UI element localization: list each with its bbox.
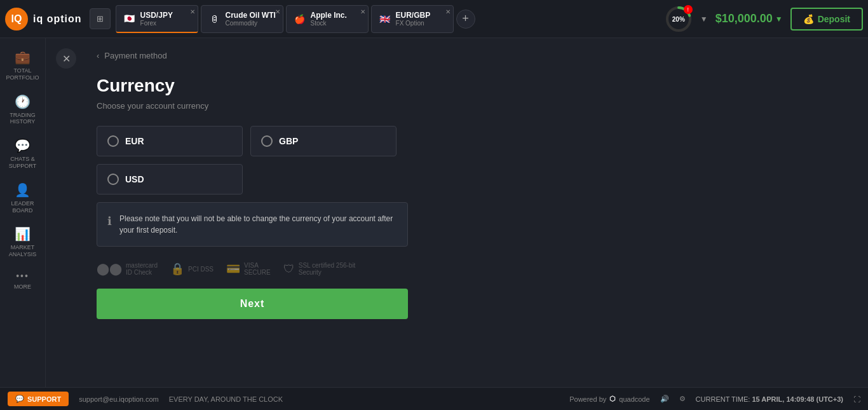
tab-flag-usdjpy: 🇯🇵 <box>123 13 137 24</box>
tab-apple[interactable]: ✕ 🍎 Apple Inc. Stock <box>286 5 369 33</box>
radio-eur[interactable] <box>107 135 119 147</box>
sidebar-item-market-analysis[interactable]: 📊 MARKETANALYSIS <box>3 221 43 263</box>
tab-eurgbp[interactable]: ✕ 🇬🇧 EUR/GBP FX Option <box>371 5 454 33</box>
tab-flag-eurgbp: 🇬🇧 <box>378 14 392 24</box>
badge-mastercard: ⬤⬤ mastercardID Check <box>97 262 158 276</box>
progress-label: 20% <box>672 15 685 22</box>
logo-text: iq option <box>33 13 82 25</box>
breadcrumb-text: Payment method <box>104 51 166 60</box>
current-time: CURRENT TIME: 15 APRIL, 14:09:48 (UTC+3) <box>696 395 843 403</box>
settings-icon[interactable]: ⚙ <box>679 395 686 403</box>
badge-pcidss: 🔒 PCI DSS <box>170 262 214 276</box>
tab-info-apple: Apple Inc. Stock <box>311 11 347 27</box>
footer-email: support@eu.iqoption.com <box>79 395 159 403</box>
pcidss-icon: 🔒 <box>170 262 184 276</box>
notice-box: ℹ Please note that you will not be able … <box>97 202 408 247</box>
sidebar-label-more: MORE <box>14 284 31 290</box>
powered-by-text: Powered by <box>569 395 606 403</box>
tab-type-eurgbp: FX Option <box>396 20 431 27</box>
history-icon: 🕐 <box>15 94 31 109</box>
sidebar-item-leaderboard[interactable]: 👤 LEADERBOARD <box>3 177 43 219</box>
radio-usd[interactable] <box>107 174 119 185</box>
add-tab-button[interactable]: + <box>456 10 475 29</box>
progress-dropdown[interactable]: ▼ <box>700 15 708 24</box>
radio-gbp[interactable] <box>261 135 273 147</box>
tab-close-crudeoil[interactable]: ✕ <box>275 8 280 15</box>
footer: 💬 SUPPORT support@eu.iqoption.com EVERY … <box>0 387 868 410</box>
notice-text: Please note that you will not be able to… <box>119 213 397 236</box>
sidebar: 💼 TOTALPORTFOLIO 🕐 TRADINGHISTORY 💬 CHAT… <box>0 38 46 387</box>
tab-usdjpy[interactable]: ✕ 🇯🇵 USD/JPY Forex <box>116 5 198 33</box>
tab-flag-apple: 🍎 <box>293 14 307 24</box>
tab-pair-apple: Apple Inc. <box>311 11 347 20</box>
tab-close-apple[interactable]: ✕ <box>360 8 365 15</box>
currency-option-eur[interactable]: EUR <box>97 126 243 156</box>
currency-label-usd: USD <box>125 174 144 184</box>
pcidss-label: PCI DSS <box>188 266 214 273</box>
mastercard-label: mastercardID Check <box>126 262 158 276</box>
page-title: Currency <box>97 76 849 96</box>
deposit-button[interactable]: 💰 Deposit <box>790 8 863 31</box>
close-button[interactable]: ✕ <box>56 48 76 69</box>
deposit-label: Deposit <box>818 14 850 24</box>
tab-close-eurgbp[interactable]: ✕ <box>445 8 451 15</box>
more-icon: ••• <box>16 271 29 281</box>
mastercard-icon: ⬤⬤ <box>97 262 122 276</box>
currency-option-gbp[interactable]: GBP <box>250 126 397 156</box>
tab-info-crudeoil: Crude Oil WTI Commodity <box>226 11 276 27</box>
tab-crudeoil[interactable]: ✕ 🛢 Crude Oil WTI Commodity <box>201 5 283 33</box>
leaderboard-icon: 👤 <box>15 182 31 198</box>
tab-close-usdjpy[interactable]: ✕ <box>190 8 195 15</box>
visa-icon: 💳 <box>226 262 240 276</box>
volume-icon[interactable]: 🔊 <box>660 395 669 403</box>
back-arrow-icon[interactable]: ‹ <box>97 51 99 60</box>
sidebar-item-chats-support[interactable]: 💬 CHATS &SUPPORT <box>3 133 43 175</box>
tab-type-apple: Stock <box>311 20 347 27</box>
currency-label-gbp: GBP <box>279 136 298 146</box>
portfolio-icon: 💼 <box>15 50 31 65</box>
tab-pair-usdjpy: USD/JPY <box>140 11 173 20</box>
form-area: Currency Choose your account currency EU… <box>97 76 849 319</box>
sidebar-item-more[interactable]: ••• MORE <box>3 266 43 296</box>
time-value: 15 APRIL, 14:09:48 (UTC+3) <box>752 395 843 403</box>
support-label: SUPPORT <box>27 395 61 403</box>
footer-tagline: EVERY DAY, AROUND THE CLOCK <box>169 395 283 403</box>
ssl-icon: 🛡 <box>283 263 295 276</box>
visa-label: VISASECURE <box>244 262 271 276</box>
currency-options: EUR GBP USD <box>97 126 849 195</box>
sidebar-label-leaderboard: LEADERBOARD <box>11 200 34 214</box>
tab-pair-eurgbp: EUR/GBP <box>396 11 431 20</box>
footer-right: Powered by ⬡ quadcode 🔊 ⚙ CURRENT TIME: … <box>569 395 860 403</box>
sidebar-item-total-portfolio[interactable]: 💼 TOTALPORTFOLIO <box>3 44 43 86</box>
page-subtitle: Choose your account currency <box>97 101 849 111</box>
badge-ssl: 🛡 SSL certified 256-bitSecurity <box>283 262 356 276</box>
notification-badge: ! <box>684 5 693 14</box>
tab-type-usdjpy: Forex <box>140 20 173 27</box>
breadcrumb: ‹ Payment method <box>97 51 849 60</box>
provider-name: quadcode <box>619 395 649 403</box>
main-content: ✕ ‹ Payment method Currency Choose your … <box>46 38 868 387</box>
sidebar-label-portfolio: TOTALPORTFOLIO <box>6 67 39 81</box>
support-button[interactable]: 💬 SUPPORT <box>8 392 69 406</box>
logo-area: IQ iq option <box>5 8 82 31</box>
powered-by: Powered by ⬡ quadcode <box>569 395 649 403</box>
next-button[interactable]: Next <box>97 289 408 319</box>
quadcode-logo: ⬡ <box>609 395 616 403</box>
sidebar-label-chats: CHATS &SUPPORT <box>9 156 36 170</box>
deposit-icon: 💰 <box>803 14 814 24</box>
balance-display[interactable]: $10,000.00 ▼ <box>715 12 783 25</box>
grid-view-button[interactable]: ⊞ <box>90 8 111 29</box>
sidebar-label-history: TRADINGHISTORY <box>10 112 36 126</box>
support-chat-icon: 💬 <box>15 395 24 403</box>
tab-info-usdjpy: USD/JPY Forex <box>140 11 173 27</box>
sidebar-item-trading-history[interactable]: 🕐 TRADINGHISTORY <box>3 89 43 131</box>
fullscreen-icon[interactable]: ⛶ <box>853 395 860 403</box>
currency-label-eur: EUR <box>125 136 144 146</box>
tab-pair-crudeoil: Crude Oil WTI <box>226 11 276 20</box>
notice-icon: ℹ <box>107 214 112 228</box>
top-navigation: IQ iq option ⊞ ✕ 🇯🇵 USD/JPY Forex ✕ 🛢 Cr… <box>0 0 868 38</box>
currency-option-usd[interactable]: USD <box>97 164 243 195</box>
ssl-label: SSL certified 256-bitSecurity <box>299 262 356 276</box>
balance-amount: $10,000.00 <box>715 12 773 25</box>
sidebar-label-market-analysis: MARKETANALYSIS <box>9 244 36 258</box>
